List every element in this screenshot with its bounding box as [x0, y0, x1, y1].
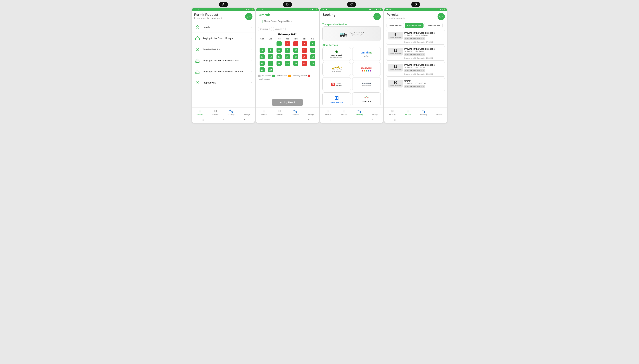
cal-day-5[interactable]: 5 — [310, 41, 315, 46]
svg-marker-32 — [365, 97, 368, 99]
nav-booking-a[interactable]: 🐾 Booking — [223, 109, 239, 116]
svg-text:اعتمرنا: اعتمرنا — [439, 16, 443, 18]
cal-day-13[interactable]: 13 — [260, 54, 265, 59]
transport-card[interactable]: الهيئة العامة للسياراتنقل، تاجر، مموله — [322, 26, 381, 41]
cal-day-3[interactable]: 3 — [293, 41, 298, 46]
calendar-year-select[interactable]: 2022 / 2 ▼ — [273, 27, 286, 31]
cal-day-14[interactable]: 14 — [268, 54, 273, 59]
cal-day-19[interactable]: 19 — [310, 54, 315, 59]
chevron-prophet: › — [251, 81, 252, 84]
status-icons-b: 📍 ▲▲▲ 🔋 — [307, 8, 317, 10]
phone-home-a[interactable]: ○ — [223, 118, 225, 121]
cal-day-16[interactable]: 16 — [285, 54, 290, 59]
service-umrahtech[interactable]: UMRAHTECH.COM — [322, 92, 351, 106]
svg-rect-21 — [345, 34, 347, 36]
phone-back-b[interactable]: ‹ — [308, 118, 309, 121]
cal-day-4[interactable]: 4 — [302, 41, 307, 46]
nav-services-d[interactable]: ⊞ Services — [384, 109, 400, 116]
menu-item-rawdah-women[interactable]: Praying in the Noble Rawdah- Women › — [192, 66, 255, 77]
service-umrahme[interactable]: umrahmeعمرةمي — [352, 47, 381, 61]
service-ziowar[interactable]: ZioWAR zowar.com.sa — [352, 77, 381, 91]
cal-day-sun: Sun — [258, 37, 266, 40]
status-icons-d: 📍 ▲▲▲ 🔋 — [436, 8, 446, 10]
nav-booking-d[interactable]: 🐾 Booking — [416, 109, 431, 116]
nav-settings-a[interactable]: ☰ Settings — [239, 109, 255, 116]
tab-passed-permits[interactable]: Passed Permits — [405, 23, 423, 28]
phone-menu-a[interactable]: ⁞⁞⁞ — [201, 118, 204, 121]
cal-day-26[interactable]: 26 — [310, 61, 315, 66]
nav-permits-a[interactable]: ⊟ Permits — [208, 109, 223, 116]
cal-day-21[interactable]: 21 — [268, 61, 273, 66]
booking-icon-d: 🐾 — [421, 109, 425, 113]
phone-home-c[interactable]: ○ — [352, 118, 353, 121]
menu-item-rawdah-men[interactable]: Praying in the Noble Rawdah- Men › — [192, 55, 255, 66]
phone-menu-b[interactable]: ⁞⁞⁞ — [266, 118, 268, 121]
phone-menu-c[interactable]: ⁞⁞⁞ — [330, 118, 332, 121]
nav-settings-b[interactable]: ☰ Settings — [303, 109, 319, 116]
menu-item-praying-grand[interactable]: Praying in the Grand Mosque › — [192, 33, 255, 44]
issuing-permit-button[interactable]: Issuing Permit — [272, 99, 303, 106]
permit-card-3[interactable]: 10 Jumada al-Akhirah Umrah 23 Jan 2021 -… — [386, 78, 445, 91]
cal-day-11[interactable]: 11 — [302, 48, 307, 53]
service-easyumrah[interactable]: EU easyumrah — [322, 77, 351, 91]
cal-day-17[interactable]: 17 — [293, 54, 298, 59]
calendar-type-select[interactable]: Gregorian ▼ — [258, 27, 272, 31]
bottom-nav-d: ⊞ Services ⊟ Permits 🐾 Booking ☰ Setting… — [384, 108, 447, 116]
nav-services-c[interactable]: ⊞ Services — [320, 109, 336, 116]
transport-section-label: Transportation Services — [320, 22, 383, 26]
cal-day-10[interactable]: 10 — [293, 48, 298, 53]
nav-booking-b[interactable]: 🐾 Booking — [287, 109, 303, 116]
cal-day-12[interactable]: 12 — [310, 48, 315, 53]
service-zamzam[interactable]: zamzam — [352, 92, 381, 106]
phone-home-d[interactable]: ○ — [416, 118, 417, 121]
phone-menu-d[interactable]: ⁞⁞⁞ — [394, 118, 396, 121]
permit-card-0[interactable]: 9 Jumada al-Akhirah Praying in the Grand… — [386, 30, 445, 44]
service-agoda[interactable]: agoda.com — [352, 62, 381, 76]
time-a: 17:13 — [193, 8, 198, 10]
permit-card-1[interactable]: 11 Jumada al-Akhirah Praying in the Gran… — [386, 46, 445, 60]
logo-c: اعتمرنا — [373, 13, 381, 20]
tab-active-permits[interactable]: Active Permits — [386, 23, 404, 28]
permit-card-2[interactable]: 11 Jumada al-Akhirah Praying in the Gran… — [386, 62, 445, 76]
menu-item-tawaf[interactable]: Tawaf – First floor › — [192, 44, 255, 55]
phone-back-d[interactable]: ‹ — [437, 118, 437, 121]
nav-settings-c[interactable]: ☰ Settings — [367, 109, 383, 116]
cal-day-7[interactable]: 7 — [268, 48, 273, 53]
phone-home-b[interactable]: ○ — [287, 118, 289, 121]
nav-services-b[interactable]: ⊞ Services — [256, 109, 272, 116]
cal-day-20[interactable]: 20 — [260, 61, 265, 66]
cal-day-2[interactable]: 2 — [285, 41, 290, 46]
cal-day-25[interactable]: 25 — [302, 61, 307, 66]
cal-day-23[interactable]: 23 — [285, 61, 290, 66]
menu-item-prophet[interactable]: Prophet visit › — [192, 77, 255, 88]
cal-day-8[interactable]: 8 — [277, 48, 282, 53]
legend-not-available-dot — [258, 74, 261, 77]
tab-cancel-permits[interactable]: Cancel Permits — [424, 23, 443, 28]
cal-day-mon: Mon — [266, 37, 275, 40]
service-saudia[interactable]: السعودية العمرةSAUDIA UMRAH — [322, 47, 351, 61]
calendar-grid: Sun Mon Tue Wed Thu Fri Sat 123456789101… — [258, 37, 317, 73]
booking-icon-b: 🐾 — [293, 109, 297, 113]
nav-booking-c[interactable]: 🐾 Booking — [352, 109, 367, 116]
legend-lightly-dot — [272, 74, 275, 77]
phone-back-c[interactable]: ‹ — [372, 118, 373, 121]
cal-day-15[interactable]: 15 — [277, 54, 282, 59]
service-alrajhi[interactable]: الراجحي BETA ALRAJHIFOR UMRAH — [322, 62, 351, 76]
nav-permits-b[interactable]: ⊟ Permits — [272, 109, 287, 116]
cal-day-9[interactable]: 9 — [285, 48, 290, 53]
rawdah-men-icon — [194, 58, 200, 63]
cal-day-28[interactable]: 28 — [268, 67, 273, 72]
cal-day-1[interactable]: 1 — [277, 41, 282, 46]
menu-item-umrah[interactable]: Umrah › — [192, 22, 255, 33]
cal-day-22[interactable]: 22 — [277, 61, 282, 66]
nav-services-a[interactable]: ⊞ Services — [192, 109, 208, 116]
cal-day-6[interactable]: 6 — [260, 48, 265, 53]
nav-permits-d[interactable]: ⊟ Permits — [400, 109, 416, 116]
cal-day-18[interactable]: 18 — [302, 54, 307, 59]
cal-day-27[interactable]: 27 — [260, 67, 265, 72]
nav-settings-d[interactable]: ☰ Settings — [431, 109, 447, 116]
cal-day-24[interactable]: 24 — [293, 61, 298, 66]
phone-back-a[interactable]: ‹ — [244, 118, 245, 121]
nav-permits-c[interactable]: ⊟ Permits — [336, 109, 352, 116]
svg-rect-7 — [196, 61, 199, 62]
